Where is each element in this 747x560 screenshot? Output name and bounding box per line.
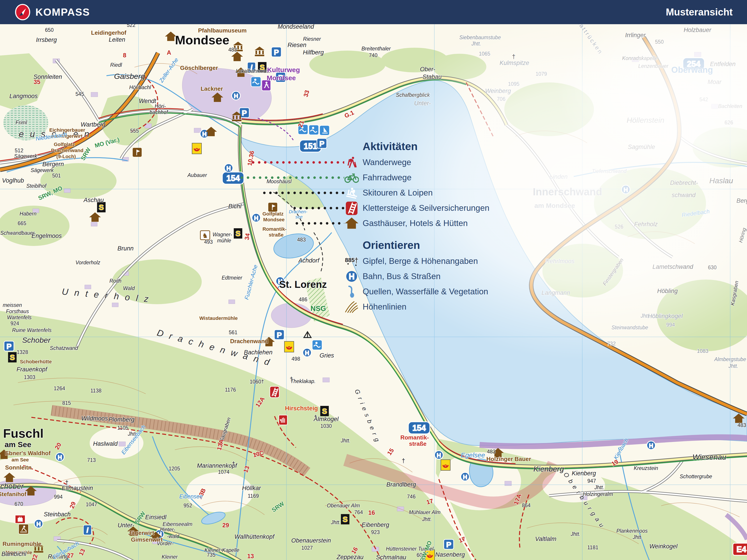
map-label: 1205	[169, 466, 180, 472]
map-label: Hilfberg	[303, 49, 324, 56]
map-label: Obenauer Alm	[327, 503, 360, 508]
bus-icon	[303, 348, 311, 357]
map-label: Zeppezau	[336, 554, 363, 560]
map-label: Jhtt.	[331, 519, 340, 525]
map-label: Schoberhütte	[20, 359, 52, 365]
map-label: mühle	[217, 238, 231, 243]
map-label: 947	[587, 478, 596, 484]
map-label: Nasenberg	[435, 551, 465, 558]
map-label: Höllkar	[242, 485, 261, 491]
road-shield-E4: E4	[733, 543, 747, 555]
map-label: 1105	[117, 425, 128, 431]
map-label: Mooshäusl	[266, 179, 291, 184]
map-label: 923	[371, 529, 380, 535]
map-label: 483	[228, 47, 237, 53]
bus-icon	[56, 453, 64, 461]
map-label: 1138	[90, 388, 101, 394]
map-label: (9-Loch)	[56, 154, 76, 159]
map-label: Habern	[20, 211, 36, 217]
map-label: 555	[130, 128, 139, 134]
map-label: Ruine Wartenfels	[12, 327, 52, 333]
map-label: Aubauer	[187, 172, 207, 178]
map-label: Schottergrube	[680, 474, 712, 479]
ssign-icon	[8, 352, 17, 363]
map-label: Holzingeralm	[583, 491, 613, 497]
map-label: Steinbach	[44, 511, 71, 518]
map-label: Irrsberg	[36, 36, 57, 43]
map-label: Theklakap.	[290, 378, 316, 384]
map-label: Wildmoos	[81, 415, 108, 422]
map-label: Wagner-	[212, 232, 232, 237]
map-label: Forsthaus	[6, 309, 29, 314]
horn-icon	[441, 460, 450, 471]
hand-icon	[279, 415, 287, 425]
map-label: Jhtt.	[422, 516, 432, 522]
map-label: Bergern	[42, 161, 64, 167]
map-label: Drachenwand	[51, 148, 83, 153]
map-canvas[interactable]: P H S i ♞	[0, 24, 747, 560]
map-label: Romantik-	[400, 434, 429, 441]
map-label: -wald	[167, 533, 180, 539]
map-label: 522	[127, 24, 135, 28]
map-label: Höri-	[155, 103, 166, 109]
map-label: Unter-	[118, 522, 134, 529]
map-label: Leiten	[109, 36, 125, 43]
map-label: Wendt	[139, 98, 156, 104]
map-label: Brandlberg	[386, 481, 416, 488]
map-label: 498	[291, 356, 300, 362]
map-label: 815	[62, 400, 71, 406]
map-label: Kienberg	[534, 464, 564, 473]
map-label: Steiblhof	[26, 183, 47, 189]
swim-icon	[309, 125, 319, 135]
map-label: 1303	[24, 374, 35, 380]
parking-icon	[4, 341, 14, 351]
map-label: Mondseeland	[278, 24, 314, 30]
map-label: Romantik-	[262, 226, 287, 232]
map-label: Leidingerhof	[91, 29, 126, 36]
map-label: Mondsee	[263, 217, 284, 222]
map-label: Breitenthaler	[361, 46, 391, 52]
map-label: am See	[4, 440, 31, 449]
map-label: am See	[11, 457, 29, 462]
brand-name: KOMPASS	[35, 6, 90, 18]
map-label: 29	[222, 522, 229, 529]
map-label: Ebner's Waldhof	[5, 450, 50, 456]
road-shield-154: 154	[222, 172, 244, 184]
map-label: see	[295, 214, 303, 219]
map-label: Eibenseealm	[163, 521, 192, 527]
map-label: †	[65, 479, 69, 486]
map-label: Jhtt.	[340, 438, 350, 444]
parking-icon	[272, 47, 281, 57]
map-label: Drachenwand	[230, 338, 268, 345]
map-label: Mariannenkopf	[197, 462, 237, 469]
map-label: †	[402, 457, 405, 464]
golf-icon	[133, 148, 141, 157]
map-label: 8	[123, 52, 126, 59]
bus-icon	[461, 473, 469, 481]
map-label: Wald	[123, 285, 135, 291]
map-label: Langmoos	[9, 93, 37, 100]
svg-text:151: 151	[304, 141, 317, 151]
ssign-icon	[234, 228, 242, 239]
map-label: Frauenkopf	[17, 366, 48, 373]
map-label: 1027	[301, 545, 313, 551]
map-label: Drachen-	[289, 209, 308, 214]
map-label: 924	[10, 321, 19, 326]
map-label: †	[289, 376, 293, 382]
map-label: †	[232, 460, 235, 467]
page-title: Musteransicht	[666, 6, 733, 18]
map-label: Golfplatz	[262, 211, 284, 217]
map-label: 1074	[218, 469, 229, 475]
map-label: 665	[18, 220, 26, 226]
map-label: 545	[76, 91, 84, 97]
map-label: Lackner	[201, 85, 223, 92]
map-label: 493	[204, 239, 213, 245]
map-label: Egelsee	[461, 451, 485, 459]
map-label: Kreuzstein	[634, 465, 658, 471]
map-label: 1176	[225, 387, 236, 393]
map-label: Holzinger Bauer	[486, 456, 531, 462]
map-label: 483	[738, 422, 746, 428]
map-label: Rumingmühle	[2, 540, 41, 547]
map-label: Eibenberg	[361, 522, 389, 528]
map-label: 764	[354, 509, 363, 515]
